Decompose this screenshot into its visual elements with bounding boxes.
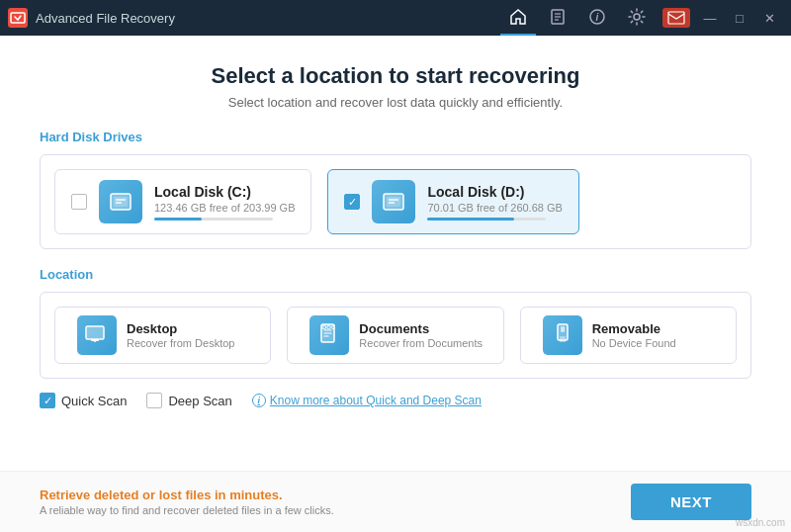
watermark: wsxdn.com [736,517,785,528]
drive-d-name: Local Disk (D:) [427,184,562,200]
footer: Retrieve deleted or lost files in minute… [0,471,791,532]
quick-scan-checkbox[interactable]: ✓ [40,393,55,408]
documents-sub: Recover from Documents [359,337,483,349]
desktop-sub: Recover from Desktop [127,337,234,349]
svg-text:DOC: DOC [322,324,336,330]
info-icon: i [252,394,266,407]
documents-name: Documents [359,321,483,336]
scan-options: ✓ Quick Scan Deep Scan i Know more about… [40,393,751,416]
removable-name: Removable [592,321,676,336]
removable-sub: No Device Found [592,337,676,349]
drive-d-size: 70.01 GB free of 260.68 GB [427,202,562,214]
main-content: Select a location to start recovering Se… [0,36,791,532]
location-removable[interactable]: Removable No Device Found [520,307,737,364]
desktop-name: Desktop [127,321,234,336]
content-area: Hard Disk Drives Local Disk [0,130,791,471]
documents-icon: DOC [309,315,349,355]
svg-rect-29 [562,327,563,331]
documents-info: Documents Recover from Documents [359,321,483,349]
tab-log[interactable] [540,0,575,36]
svg-rect-27 [560,336,566,342]
svg-rect-12 [116,202,122,204]
hdd-section-label: Hard Disk Drives [40,130,751,144]
drive-c-checkbox[interactable] [71,194,87,210]
scan-info-link[interactable]: i Know more about Quick and Deep Scan [252,394,482,407]
svg-rect-30 [564,327,565,331]
app-name: Advanced File Recovery [36,11,500,26]
page-title: Select a location to start recovering [20,63,771,89]
drive-c-name: Local Disk (C:) [154,184,295,200]
close-button[interactable]: ✕ [755,4,783,32]
desktop-icon [77,315,117,355]
title-bar: Advanced File Recovery i [0,0,791,36]
drive-c-icon [99,180,142,223]
drive-c-info: Local Disk (C:) 123.46 GB free of 203.99… [154,184,295,221]
window-controls: — □ ✕ [662,4,783,32]
svg-rect-0 [11,13,25,23]
deep-scan-option[interactable]: Deep Scan [146,393,231,408]
footer-text: Retrieve deleted or lost files in minute… [40,488,334,516]
next-button[interactable]: NEXT [631,484,751,520]
location-documents[interactable]: DOC Documents Recover from Documents [287,307,503,364]
drive-d-bar-fill [427,218,514,221]
removable-icon [543,315,582,355]
deep-scan-checkbox[interactable] [146,393,162,408]
tab-home[interactable] [500,0,536,36]
drive-d-icon [372,180,415,223]
svg-rect-8 [668,12,684,24]
deep-scan-label: Deep Scan [168,394,231,408]
drive-c-card[interactable]: Local Disk (C:) 123.46 GB free of 203.99… [54,169,311,234]
hdd-cards: Local Disk (C:) 123.46 GB free of 203.99… [54,169,737,234]
removable-info: Removable No Device Found [592,321,676,349]
drive-d-checkbox[interactable]: ✓ [344,194,360,210]
drive-d-bar [427,218,546,221]
footer-subtitle: A reliable way to find and recover delet… [40,504,334,516]
app-logo [8,8,28,28]
title-tabs: i [500,0,655,36]
quick-scan-option[interactable]: ✓ Quick Scan [40,393,127,408]
notification-badge[interactable] [662,8,690,28]
drive-c-size: 123.46 GB free of 203.99 GB [154,202,295,214]
svg-rect-11 [116,199,126,201]
svg-rect-15 [389,199,398,201]
location-section-label: Location [40,267,751,282]
svg-rect-18 [87,327,103,338]
location-desktop[interactable]: Desktop Recover from Desktop [54,307,271,364]
tab-info[interactable]: i [579,0,615,36]
page-header: Select a location to start recovering Se… [0,36,791,130]
maximize-button[interactable]: □ [726,4,753,32]
svg-rect-16 [389,202,395,204]
drive-d-info: Local Disk (D:) 70.01 GB free of 260.68 … [427,184,562,221]
svg-point-7 [634,14,640,20]
tab-settings[interactable] [619,0,655,36]
quick-scan-label: Quick Scan [61,394,127,408]
hdd-section: Local Disk (C:) 123.46 GB free of 203.99… [40,154,751,249]
scan-link-text[interactable]: Know more about Quick and Deep Scan [270,394,482,407]
location-section: Desktop Recover from Desktop DOC [40,292,751,379]
location-cards: Desktop Recover from Desktop DOC [54,307,737,364]
desktop-info: Desktop Recover from Desktop [127,321,234,349]
page-subtitle: Select location and recover lost data qu… [20,95,771,110]
footer-title: Retrieve deleted or lost files in minute… [40,488,334,502]
drive-c-bar-fill [154,218,202,221]
svg-text:i: i [596,12,599,23]
drive-c-bar [154,218,273,221]
drive-d-card[interactable]: ✓ Local Disk (D:) 70.01 GB free of 260.6… [327,169,578,234]
minimize-button[interactable]: — [696,4,724,32]
